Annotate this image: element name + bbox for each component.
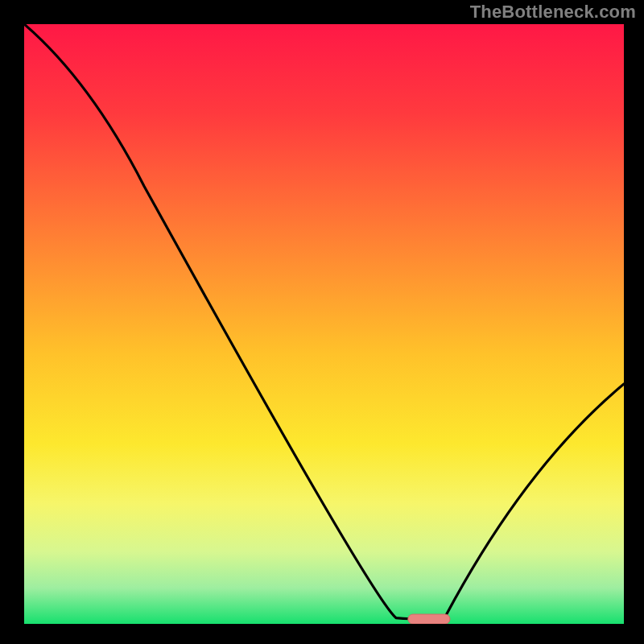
watermark-text: TheBottleneck.com <box>470 2 636 23</box>
optimal-marker <box>408 614 450 624</box>
bottleneck-chart <box>0 0 644 644</box>
chart-root: TheBottleneck.com <box>0 0 644 644</box>
plot-background <box>24 24 624 624</box>
